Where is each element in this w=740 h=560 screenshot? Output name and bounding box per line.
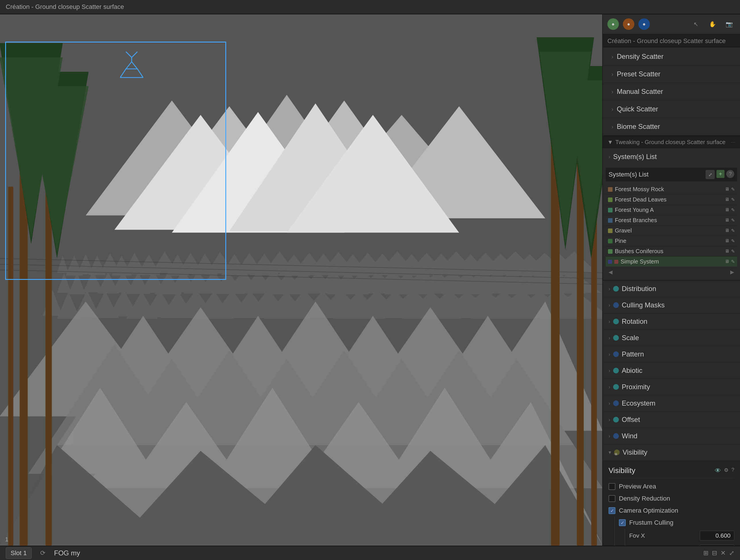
distribution-arrow: ›: [609, 286, 610, 292]
vis-title: Visibility: [609, 466, 635, 475]
systems-prev-btn[interactable]: ◀: [609, 269, 613, 275]
fog-mode-label: FOG my: [54, 549, 80, 557]
system-row-forest-young-a[interactable]: Forest Young A 🖥 ✎: [606, 205, 737, 215]
wind-header[interactable]: › Wind: [603, 428, 740, 444]
frustum-culling-sub: Fov X 0.600 Fov Y 0.600 Sh: [625, 529, 734, 546]
status-bar-right-icons: ⊞ ⊟ ✕ ⤢: [703, 549, 734, 557]
ecosystem-header[interactable]: › Ecosystem: [603, 395, 740, 411]
frustum-culling-row: Frustum Culling: [619, 517, 734, 529]
system-color-dot: [608, 187, 613, 192]
systems-next-btn[interactable]: ▶: [730, 269, 734, 275]
status-icon-3[interactable]: ✕: [721, 549, 726, 557]
density-scatter-item[interactable]: Density Scatter: [603, 48, 740, 66]
system-row-icons: 🖥 ✎: [725, 197, 735, 202]
tweaking-section: ▼ Tweaking - Ground closeup Scatter surf…: [603, 136, 740, 546]
scale-icon: [613, 335, 619, 341]
culling-masks-header[interactable]: › Culling Masks: [603, 297, 740, 313]
camera-icon[interactable]: 📷: [723, 18, 735, 30]
pattern-header[interactable]: › Pattern: [603, 346, 740, 362]
culling-masks-icon: [613, 302, 619, 308]
status-icon-2[interactable]: ⊟: [712, 549, 717, 557]
culling-masks-section: › Culling Masks: [603, 297, 740, 313]
system-row-icons: 🖥 ✎: [725, 187, 735, 192]
rotation-arrow: ›: [609, 318, 610, 324]
system-color-dot: [608, 249, 613, 254]
cursor-icon[interactable]: ↖: [689, 18, 702, 30]
slot-button[interactable]: Slot 1: [6, 547, 31, 559]
system-row-gravel[interactable]: Gravel 🖥 ✎: [606, 225, 737, 236]
ecosystem-section: › Ecosystem: [603, 395, 740, 411]
system-row-forest-mossy-rock[interactable]: Forest Mossy Rock 🖥 ✎: [606, 184, 737, 195]
quick-scatter-item[interactable]: Quick Scatter: [603, 100, 740, 118]
status-icon-4[interactable]: ⤢: [729, 549, 734, 557]
system-row-simple-system[interactable]: Simple System 🖥 ✎: [606, 257, 737, 267]
systems-list-panel: System(s) List ⤢ + ? Forest Mossy Rock: [603, 165, 740, 280]
pattern-arrow: ›: [609, 351, 610, 357]
fov-x-value[interactable]: 0.600: [700, 531, 734, 541]
system-row-forest-dead-leaves[interactable]: Forest Dead Leaves 🖥 ✎: [606, 195, 737, 205]
distribution-header[interactable]: › Distribution: [603, 281, 740, 297]
rotation-icon: [613, 318, 619, 324]
system-row-forest-branches[interactable]: Forest Branches 🖥 ✎: [606, 215, 737, 225]
systems-add-btn[interactable]: +: [717, 170, 725, 178]
vis-help-icon[interactable]: ?: [731, 467, 734, 474]
offset-icon: [613, 417, 619, 423]
biome-scatter-item[interactable]: Biome Scatter: [603, 118, 740, 135]
systems-bottom-nav: ◀ ▶: [606, 267, 737, 277]
scale-header[interactable]: › Scale: [603, 330, 740, 346]
visibility-section: ▾ 👁 Visibility Visibility 👁 ⚙: [603, 444, 740, 546]
rotation-header[interactable]: › Rotation: [603, 313, 740, 330]
eye-toggle-icon[interactable]: 👁: [715, 467, 721, 474]
vis-header-icons: 👁 ⚙ ?: [715, 467, 734, 474]
systems-help-btn[interactable]: ?: [726, 170, 734, 178]
app-title: Création - Ground closeup Scatter surfac…: [6, 3, 124, 11]
wind-section: › Wind: [603, 428, 740, 444]
proximity-header[interactable]: › Proximity: [603, 379, 740, 395]
right-panel: ● ● ● ↖ ✋ 📷 Création - Ground closeup Sc…: [602, 14, 740, 546]
systems-zoom-btn[interactable]: ⤢: [706, 170, 715, 179]
preview-area-checkbox[interactable]: [609, 483, 616, 490]
scale-section: › Scale: [603, 330, 740, 346]
abiotic-header[interactable]: › Abiotic: [603, 363, 740, 379]
offset-header[interactable]: › Offset: [603, 411, 740, 428]
status-icon-1[interactable]: ⊞: [703, 549, 709, 557]
system-row-icons: 🖥 ✎: [725, 228, 735, 234]
system-row-pine[interactable]: Pine 🖥 ✎: [606, 236, 737, 246]
visibility-header[interactable]: ▾ 👁 Visibility: [603, 444, 740, 460]
visibility-panel: Visibility 👁 ⚙ ? Preview Area: [603, 460, 740, 546]
hand-icon[interactable]: ✋: [706, 18, 719, 30]
system-row-bushes-coniferous[interactable]: Bushes Coniferous 🖥 ✎: [606, 246, 737, 257]
top-bar: Création - Ground closeup Scatter surfac…: [0, 0, 740, 14]
mountain-scene-svg: [0, 14, 602, 546]
frustum-culling-checkbox[interactable]: [619, 519, 626, 526]
abiotic-arrow: ›: [609, 368, 610, 374]
distribution-section: › Distribution: [603, 281, 740, 297]
systems-list-header[interactable]: › System(s) List: [603, 149, 740, 165]
icon-orange[interactable]: ●: [623, 18, 634, 30]
visibility-icon: 👁: [614, 450, 620, 455]
main-container: Création - Ground closeup Scatter surfac…: [0, 0, 740, 560]
systems-list-section: › System(s) List System(s) List ⤢ + ?: [603, 149, 740, 281]
manual-scatter-item[interactable]: Manual Scatter: [603, 83, 740, 100]
preset-scatter-item[interactable]: Preset Scatter: [603, 66, 740, 83]
viewport[interactable]: 1: [0, 14, 602, 546]
offset-arrow: ›: [609, 417, 610, 423]
svg-rect-153: [8, 187, 13, 546]
camera-optimization-checkbox[interactable]: [609, 507, 616, 514]
abiotic-icon: [613, 368, 619, 373]
proximity-arrow: ›: [609, 384, 610, 390]
pattern-icon: [613, 351, 619, 357]
system-color-dot: [608, 218, 613, 223]
culling-masks-arrow: ›: [609, 302, 610, 308]
system-color-dot: [608, 208, 613, 212]
ecosystem-arrow: ›: [609, 400, 610, 406]
panel-title: Création - Ground closeup Scatter surfac…: [603, 34, 740, 48]
icon-blue[interactable]: ●: [638, 18, 650, 30]
vis-settings-icon[interactable]: ⚙: [724, 467, 729, 474]
systems-list-arrow: ›: [609, 154, 610, 160]
density-reduction-checkbox[interactable]: [609, 495, 616, 502]
camera-optimization-row: Camera Optimization: [609, 504, 734, 517]
system-row-icons: 🖥 ✎: [725, 238, 735, 244]
icon-green[interactable]: ●: [608, 18, 619, 30]
scene-container: 1: [0, 14, 602, 546]
